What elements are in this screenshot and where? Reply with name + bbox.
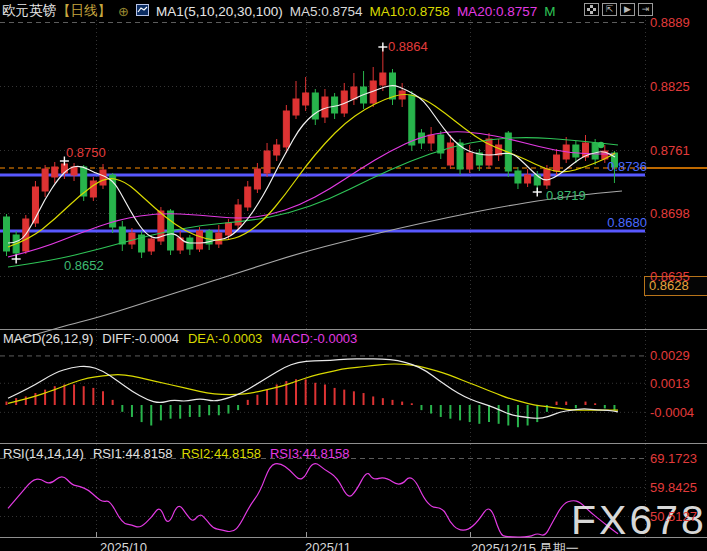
axis-tick-label: 0.8698 <box>650 206 690 221</box>
macd-diff-value: DIFF:-0.0004 <box>102 331 179 346</box>
time-axis-label: 2025/11 <box>305 540 351 551</box>
chart-canvas[interactable] <box>0 0 707 551</box>
time-axis-label: 2025/10 <box>100 540 147 551</box>
rsi-title: RSI(14,14,14) <box>3 446 84 461</box>
rsi-header: RSI(14,14,14) RSI1:44.8158 RSI2:44.8158 … <box>3 446 349 461</box>
ma-settings-label: MA1(5,10,20,30,100) <box>156 4 283 19</box>
ma20-value: MA20:0.8757 <box>457 4 537 19</box>
axis-tick-label: 0.8889 <box>650 15 690 30</box>
chart-toolbar: ⇱ ▶ ⇥ <box>584 3 653 16</box>
rsi3-value: RSI3:44.8158 <box>270 446 350 461</box>
macd-header: MACD(26,12,9) DIFF:-0.0004 DEA:-0.0003 M… <box>3 331 357 346</box>
axis-tick-label: 0.8635 <box>650 269 690 284</box>
axis-tick-label: 0.8761 <box>650 143 690 158</box>
time-axis-label: 2025/12/15 星期一 <box>471 540 579 551</box>
ma10-value: MA10:0.8758 <box>370 4 450 19</box>
axis-tick-label: 69.1723 <box>650 451 697 466</box>
zoom-axis-icon[interactable]: ⇱ <box>602 3 617 16</box>
axis-tick-label: 50.5127 <box>650 509 697 524</box>
support-level-label: 0.8680 <box>602 215 647 230</box>
title-bar: 欧元英镑【日线】 ⊕ MA1(5,10,20,30,100) MA5:0.875… <box>2 2 555 20</box>
swing-marker-label: 0.8864 <box>388 39 428 54</box>
swing-marker-label: 0.8652 <box>64 258 104 273</box>
circle-plus-icon[interactable]: ⊕ <box>118 4 129 19</box>
mini-chart-icon[interactable] <box>136 4 149 19</box>
ma5-value: MA5:0.8754 <box>290 4 363 19</box>
macd-title: MACD(26,12,9) <box>3 331 93 346</box>
axis-tick-label: 0.0029 <box>650 348 690 363</box>
resistance-level-label: 0.8736 <box>602 159 647 174</box>
ma30-value-truncated: M <box>544 4 555 19</box>
swing-marker-label: 0.8750 <box>66 145 106 160</box>
rsi2-value: RSI2:44.8158 <box>181 446 261 461</box>
axis-tick-label: 0.8825 <box>650 79 690 94</box>
macd-macd-value: MACD:-0.0003 <box>271 331 357 346</box>
axis-tick-label: 0.0013 <box>650 376 690 391</box>
axis-tick-label: 59.8425 <box>650 480 697 495</box>
swing-marker-label: 0.8719 <box>546 188 586 203</box>
symbol-name: 欧元英镑 <box>2 2 56 20</box>
axis-tick-label: -0.0004 <box>650 405 694 420</box>
macd-dea-value: DEA:-0.0003 <box>188 331 262 346</box>
autoplay-icon[interactable]: ▶ <box>620 3 635 16</box>
period-label[interactable]: 【日线】 <box>57 2 111 20</box>
pan-icon[interactable] <box>584 3 599 16</box>
rsi1-value: RSI1:44.8158 <box>93 446 173 461</box>
chart-window: 欧元英镑【日线】 ⊕ MA1(5,10,20,30,100) MA5:0.875… <box>0 0 707 551</box>
